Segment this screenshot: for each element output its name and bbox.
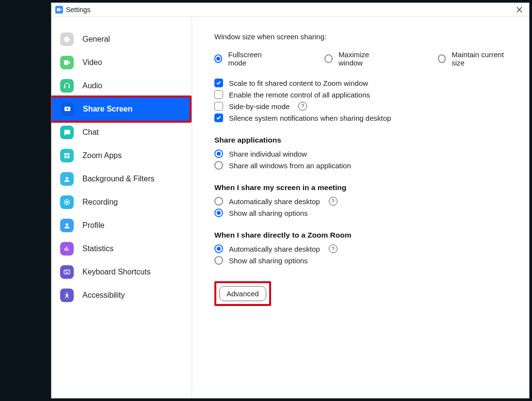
- radio-maximize[interactable]: Maximize window: [324, 50, 389, 67]
- record-icon: [60, 195, 74, 209]
- sidebar-item-accessibility[interactable]: Accessibility: [51, 284, 192, 307]
- radio-room-show-all[interactable]: Show all sharing options: [214, 256, 512, 265]
- sidebar-item-label: Keyboard Shortcuts: [82, 268, 151, 276]
- window-size-radio-group: Fullscreen mode Maximize window Maintain…: [214, 48, 512, 70]
- sidebar-item-label: Accessibility: [82, 291, 125, 300]
- radio-label: Show all sharing options: [229, 209, 308, 217]
- title-bar: Settings: [51, 3, 529, 17]
- apps-icon: [60, 149, 74, 162]
- sidebar-item-label: Video: [82, 58, 102, 67]
- checkbox-box-icon: [214, 90, 223, 99]
- sidebar-item-label: General: [82, 35, 110, 44]
- advanced-button-highlight: Advanced: [214, 281, 271, 306]
- radio-label: Maintain current size: [451, 50, 512, 67]
- radio-dot-icon: [214, 256, 223, 265]
- sidebar-item-label: Statistics: [82, 244, 113, 253]
- sidebar-item-share-screen[interactable]: Share Screen: [52, 97, 190, 121]
- share-screen-icon: [61, 102, 74, 116]
- radio-label: Fullscreen mode: [228, 50, 276, 67]
- share-room-heading: When I share directly to a Zoom Room: [214, 231, 512, 240]
- radio-label: Share individual window: [229, 150, 307, 158]
- sidebar-item-profile[interactable]: Profile: [51, 214, 192, 237]
- sidebar-item-label: Zoom Apps: [82, 151, 122, 160]
- keyboard-icon: [60, 265, 74, 279]
- radio-dot-icon: [324, 54, 333, 63]
- sidebar-item-keyboard-shortcuts[interactable]: Keyboard Shortcuts: [51, 260, 192, 284]
- radio-dot-icon: [214, 149, 223, 158]
- radio-fullscreen[interactable]: Fullscreen mode: [214, 50, 276, 67]
- svg-point-4: [66, 292, 68, 294]
- radio-label: Automatically share desktop: [229, 197, 320, 206]
- radio-meeting-show-all[interactable]: Show all sharing options: [214, 209, 512, 217]
- radio-label: Share all windows from an application: [229, 161, 351, 170]
- svg-point-2: [65, 223, 68, 225]
- checkbox-box-icon: [214, 79, 223, 87]
- settings-window: Settings General Video Audio Sh: [51, 2, 530, 399]
- svg-rect-3: [64, 270, 70, 274]
- zoom-app-icon: [55, 6, 63, 14]
- window-size-label: Window size when screen sharing:: [214, 32, 512, 41]
- help-icon[interactable]: ?: [329, 244, 338, 253]
- checkbox-remote-control[interactable]: Enable the remote control of all applica…: [214, 90, 512, 99]
- radio-meeting-auto-share[interactable]: Automatically share desktop ?: [214, 197, 512, 206]
- sidebar-item-recording[interactable]: Recording: [51, 191, 192, 214]
- checkbox-label: Silence system notifications when sharin…: [229, 114, 391, 122]
- share-applications-heading: Share applications: [214, 136, 512, 144]
- sidebar-item-label: Profile: [82, 221, 104, 230]
- radio-label: Show all sharing options: [229, 257, 308, 265]
- checkbox-silence-notifs[interactable]: Silence system notifications when sharin…: [214, 113, 512, 122]
- settings-sidebar: General Video Audio Share Screen Chat: [51, 17, 192, 398]
- sidebar-item-video[interactable]: Video: [51, 51, 192, 74]
- window-title: Settings: [66, 6, 91, 14]
- statistics-icon: [60, 242, 74, 256]
- checkbox-label: Enable the remote control of all applica…: [229, 91, 370, 99]
- share-meeting-heading: When I share my screen in a meeting: [214, 183, 512, 192]
- sidebar-item-label: Chat: [82, 128, 99, 137]
- checkbox-scale-to-fit[interactable]: Scale to fit shared content to Zoom wind…: [214, 79, 512, 87]
- sidebar-item-background-filters[interactable]: Background & Filters: [51, 167, 192, 191]
- radio-dot-icon: [214, 197, 223, 206]
- radio-dot-icon: [438, 54, 446, 63]
- radio-dot-icon: [214, 209, 223, 217]
- help-icon[interactable]: ?: [329, 197, 338, 206]
- advanced-button[interactable]: Advanced: [219, 286, 266, 301]
- sidebar-item-chat[interactable]: Chat: [51, 121, 192, 144]
- radio-dot-icon: [214, 54, 222, 63]
- close-icon[interactable]: [514, 4, 525, 16]
- svg-point-1: [65, 201, 68, 203]
- radio-dot-icon: [214, 244, 223, 253]
- radio-dot-icon: [214, 161, 223, 170]
- radio-room-auto-share[interactable]: Automatically share desktop ?: [214, 244, 512, 253]
- gear-icon: [60, 32, 74, 46]
- sidebar-item-label: Background & Filters: [82, 175, 155, 183]
- radio-share-individual[interactable]: Share individual window: [214, 149, 512, 158]
- accessibility-icon: [60, 289, 74, 302]
- sidebar-item-zoom-apps[interactable]: Zoom Apps: [51, 144, 192, 167]
- chat-icon: [60, 126, 74, 139]
- sidebar-item-statistics[interactable]: Statistics: [51, 237, 192, 260]
- background-icon: [60, 172, 74, 186]
- radio-share-all-windows[interactable]: Share all windows from an application: [214, 161, 512, 170]
- sidebar-item-label: Share Screen: [83, 105, 132, 113]
- video-icon: [60, 56, 74, 69]
- settings-content: Window size when screen sharing: Fullscr…: [192, 17, 529, 398]
- sidebar-item-label: Recording: [82, 198, 118, 207]
- sidebar-item-label: Audio: [82, 81, 102, 90]
- radio-maintain-size[interactable]: Maintain current size: [438, 50, 512, 67]
- checkbox-box-icon: [214, 113, 223, 122]
- checkbox-side-by-side[interactable]: Side-by-side mode ?: [214, 102, 512, 111]
- sidebar-item-general[interactable]: General: [51, 28, 192, 51]
- checkbox-label: Scale to fit shared content to Zoom wind…: [229, 79, 368, 87]
- profile-icon: [60, 219, 74, 232]
- sidebar-item-audio[interactable]: Audio: [51, 74, 192, 97]
- sidebar-item-share-screen-highlight: Share Screen: [51, 96, 192, 123]
- checkbox-label: Side-by-side mode: [229, 102, 290, 111]
- radio-label: Automatically share desktop: [229, 245, 320, 253]
- checkbox-box-icon: [214, 102, 223, 111]
- help-icon[interactable]: ?: [298, 102, 307, 111]
- headphones-icon: [60, 79, 74, 93]
- radio-label: Maximize window: [339, 50, 389, 67]
